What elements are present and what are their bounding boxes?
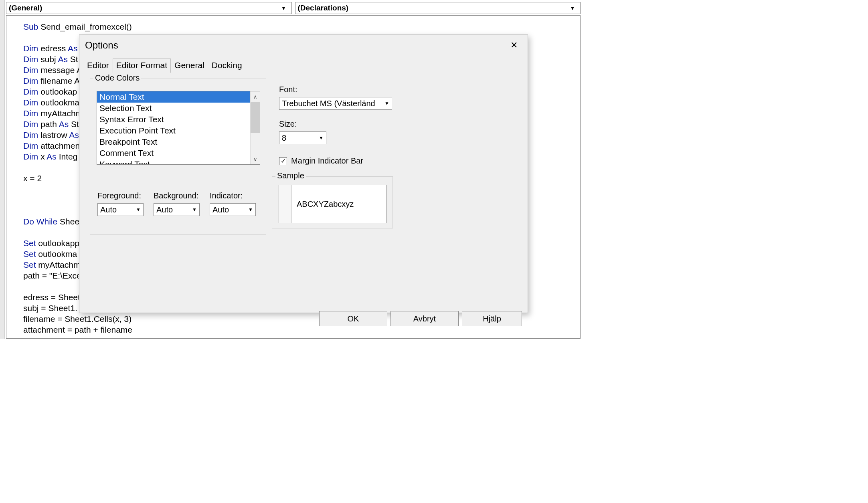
ok-button[interactable]: OK bbox=[319, 311, 387, 326]
font-dropdown[interactable]: Trebuchet MS (Västerländ ▼ bbox=[279, 97, 392, 110]
margin-indicator-label: Margin Indicator Bar bbox=[291, 156, 363, 166]
code-line: Sub Send_email_fromexcel() bbox=[23, 21, 132, 32]
code-color-item[interactable]: Syntax Error Text bbox=[97, 114, 250, 125]
size-value: 8 bbox=[282, 133, 316, 143]
scroll-thumb[interactable] bbox=[251, 102, 260, 133]
chevron-down-icon: ▼ bbox=[567, 5, 578, 11]
sample-text: ABCXYZabcxyz bbox=[292, 185, 386, 223]
chevron-down-icon: ▼ bbox=[134, 207, 141, 212]
sample-legend: Sample bbox=[275, 171, 306, 180]
code-color-item[interactable]: Breakpoint Text bbox=[97, 136, 250, 147]
tab-strip: EditorEditor FormatGeneralDocking bbox=[79, 56, 528, 73]
margin-indicator-checkbox[interactable]: ✓ Margin Indicator Bar bbox=[279, 156, 363, 166]
foreground-dropdown[interactable]: Auto ▼ bbox=[97, 203, 144, 216]
chevron-down-icon: ▼ bbox=[279, 5, 289, 11]
chevron-down-icon: ▼ bbox=[384, 101, 389, 106]
tab-docking[interactable]: Docking bbox=[208, 59, 246, 73]
dialog-titlebar: Options ✕ bbox=[79, 35, 528, 56]
cancel-button[interactable]: Avbryt bbox=[390, 311, 459, 326]
code-colors-group: Code Colors Normal TextSelection TextSyn… bbox=[90, 79, 266, 235]
indicator-value: Auto bbox=[212, 205, 229, 214]
font-label: Font: bbox=[279, 85, 297, 94]
code-color-item[interactable]: Selection Text bbox=[97, 103, 250, 114]
code-colors-legend: Code Colors bbox=[93, 73, 141, 83]
size-label: Size: bbox=[279, 119, 297, 129]
chevron-down-icon: ▼ bbox=[319, 135, 324, 141]
code-colors-listbox[interactable]: Normal TextSelection TextSyntax Error Te… bbox=[97, 91, 260, 165]
help-button[interactable]: Hjälp bbox=[462, 311, 522, 326]
background-label: Background: bbox=[154, 191, 198, 200]
close-icon[interactable]: ✕ bbox=[506, 40, 522, 51]
chevron-down-icon: ▼ bbox=[246, 207, 253, 212]
tab-editor[interactable]: Editor bbox=[83, 59, 113, 73]
chevron-down-icon: ▼ bbox=[190, 207, 197, 212]
font-value: Trebuchet MS (Västerländ bbox=[282, 99, 382, 108]
object-dropdown[interactable]: (General) ▼ bbox=[6, 2, 292, 14]
scroll-down-icon[interactable]: ∨ bbox=[251, 154, 260, 164]
sample-group: Sample ABCXYZabcxyz bbox=[272, 176, 393, 228]
editor-topbar: (General) ▼ (Declarations) ▼ bbox=[6, 2, 581, 14]
sample-preview: ABCXYZabcxyz bbox=[279, 185, 387, 223]
procedure-dropdown-value: (Declarations) bbox=[298, 4, 568, 12]
code-color-item[interactable]: Comment Text bbox=[97, 147, 250, 159]
code-line: filename = Sheet1.Cells(x, 3) bbox=[23, 313, 132, 324]
tab-general[interactable]: General bbox=[171, 59, 208, 73]
foreground-value: Auto bbox=[100, 205, 117, 214]
code-color-item[interactable]: Execution Point Text bbox=[97, 125, 250, 136]
tab-editor-format[interactable]: Editor Format bbox=[113, 59, 171, 73]
code-color-item[interactable]: Keyword Text bbox=[97, 159, 250, 164]
sample-margin-strip bbox=[279, 185, 292, 223]
options-dialog: Options ✕ EditorEditor FormatGeneralDock… bbox=[79, 34, 528, 313]
indicator-dropdown[interactable]: Auto ▼ bbox=[210, 203, 256, 216]
background-value: Auto bbox=[156, 205, 173, 214]
code-line: attachment = path + filename bbox=[23, 324, 132, 335]
dialog-title: Options bbox=[85, 40, 506, 51]
scroll-up-icon[interactable]: ∧ bbox=[251, 91, 260, 102]
indicator-label: Indicator: bbox=[210, 191, 243, 200]
listbox-scrollbar[interactable]: ∧ ∨ bbox=[250, 91, 260, 164]
window-left-rail bbox=[0, 0, 5, 339]
dialog-separator bbox=[83, 304, 524, 304]
size-dropdown[interactable]: 8 ▼ bbox=[279, 131, 326, 144]
background-dropdown[interactable]: Auto ▼ bbox=[154, 203, 200, 216]
foreground-label: Foreground: bbox=[97, 191, 141, 200]
checkbox-icon: ✓ bbox=[279, 157, 287, 165]
object-dropdown-value: (General) bbox=[9, 4, 279, 12]
code-color-item[interactable]: Normal Text bbox=[97, 91, 250, 103]
procedure-dropdown[interactable]: (Declarations) ▼ bbox=[295, 2, 581, 14]
